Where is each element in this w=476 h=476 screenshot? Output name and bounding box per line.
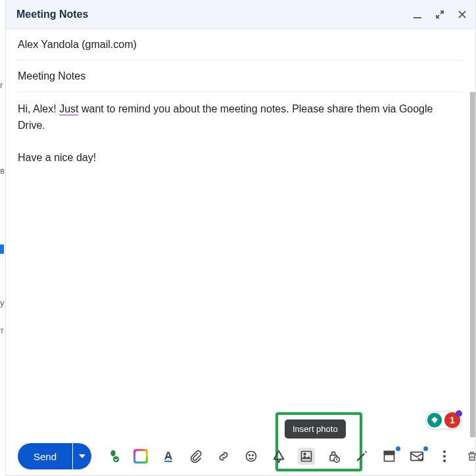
pen-icon[interactable]: [353, 448, 370, 465]
minimize-icon[interactable]: [412, 9, 423, 20]
extension-count: 1: [444, 412, 460, 428]
mail-followup-icon[interactable]: [408, 448, 425, 465]
paperclip-icon[interactable]: [187, 448, 204, 465]
svg-point-13: [443, 450, 446, 453]
svg-point-3: [247, 452, 256, 462]
expand-icon[interactable]: [435, 9, 445, 20]
svg-point-14: [443, 455, 446, 458]
lock-clock-icon[interactable]: [325, 448, 343, 465]
subject-field[interactable]: Meeting Notes: [18, 60, 464, 92]
ai-suggest-icon[interactable]: [132, 448, 149, 465]
tooltip: Insert photo: [285, 419, 346, 439]
trash-icon[interactable]: [464, 448, 476, 465]
message-body[interactable]: Hi, Alex! Just want to remind you about …: [18, 92, 475, 437]
spellcheck-underline[interactable]: Just: [59, 103, 78, 116]
body-text: want to remind you about the meeting not…: [18, 103, 433, 131]
svg-rect-11: [385, 452, 394, 455]
window-controls: [412, 9, 467, 20]
recipients-field[interactable]: Alex Yandola (gmail.com): [18, 29, 464, 60]
send-options-button[interactable]: [73, 443, 91, 469]
bg-fragment: у: [0, 298, 5, 308]
svg-point-1: [113, 456, 119, 462]
recipient-chip: Alex Yandola (gmail.com): [18, 39, 137, 51]
drive-icon[interactable]: [270, 448, 287, 465]
text-format-icon[interactable]: [160, 448, 177, 465]
more-vert-icon[interactable]: [436, 448, 453, 465]
extension-teal-icon: [427, 413, 442, 427]
window-title: Meeting Notes: [16, 9, 412, 20]
link-icon[interactable]: [215, 448, 232, 465]
body-text: Have a nice day!: [18, 152, 96, 163]
titlebar: Meeting Notes: [6, 0, 475, 29]
bg-fragment: т: [0, 325, 5, 335]
svg-point-5: [252, 455, 254, 456]
svg-point-15: [443, 460, 446, 462]
signature-check-icon[interactable]: [105, 448, 122, 465]
send-button[interactable]: Send: [18, 443, 72, 469]
svg-point-7: [304, 453, 306, 455]
send-group: Send: [18, 443, 91, 469]
svg-rect-2: [164, 461, 172, 462]
bg-fragment: [0, 245, 4, 254]
photo-icon[interactable]: [298, 448, 315, 465]
svg-rect-0: [414, 17, 421, 18]
compose-window: Meeting Notes Alex Yandola (gmail.com) M…: [5, 0, 476, 476]
subject-text: Meeting Notes: [18, 70, 85, 82]
close-icon[interactable]: [457, 9, 467, 20]
extension-badge[interactable]: 1: [425, 411, 462, 429]
bg-fragment: в: [0, 166, 5, 176]
svg-point-4: [249, 455, 250, 456]
compose-toolbar: Send: [6, 437, 475, 475]
chevron-down-icon: [79, 454, 85, 458]
svg-rect-6: [302, 452, 312, 462]
scrollbar[interactable]: [470, 92, 475, 437]
emoji-icon[interactable]: [243, 448, 260, 465]
body-text: Hi, Alex!: [18, 103, 59, 114]
templates-icon[interactable]: [381, 448, 398, 465]
bg-fragment: r: [0, 80, 5, 90]
